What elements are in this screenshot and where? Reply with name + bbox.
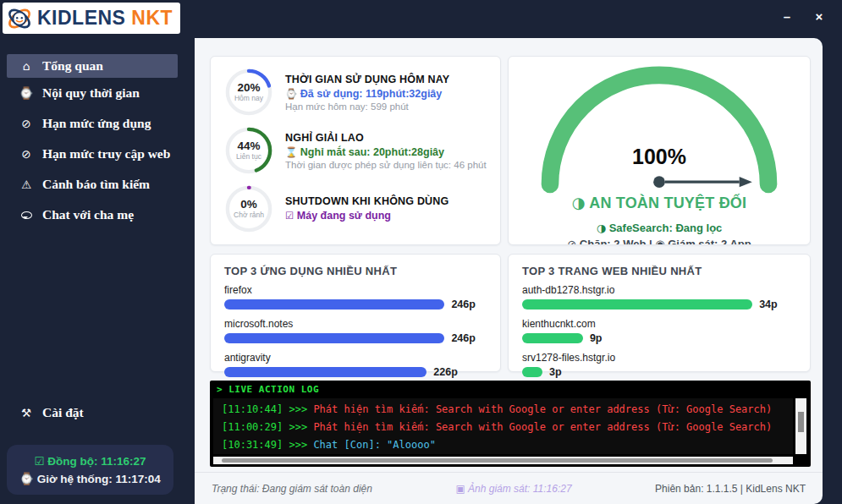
safety-percent: 100% <box>531 145 787 169</box>
checkbox-icon: ☑ <box>285 210 294 222</box>
safety-gauge: 100% <box>531 63 787 195</box>
sidebar-item-label: Nội quy thời gian <box>42 85 140 101</box>
sidebar-item-settings[interactable]: ⚒ Cài đặt <box>0 397 195 428</box>
block-icon: ⊘ <box>567 238 576 245</box>
app-logo: KIDLENS NKT <box>3 3 180 34</box>
sidebar-item-label: Hạn mức truy cập web <box>42 146 170 162</box>
monitoring-status: Trạng thái: Đang giám sát toàn diện <box>212 483 372 495</box>
top-apps-card: TOP 3 ỨNG DỤNG NHIỀU NHẤT firefox 246p m… <box>210 254 501 372</box>
log-entry: [10:31:49] >>> Chat [Con]: "Aloooo" <box>222 436 784 454</box>
log-header: > LIVE ACTION LOG <box>210 381 811 397</box>
stat-title: NGHỈ GIẢI LAO <box>285 132 487 144</box>
stat-title: SHUTDOWN KHI KHÔNG DÙNG <box>285 195 487 207</box>
bar-value: 9p <box>590 332 603 344</box>
stat-row-breaks: 44% Liên tục NGHỈ GIẢI LAO ⌛ Nghỉ mắt sa… <box>224 126 487 175</box>
bar-value: 246p <box>451 299 476 310</box>
tools-icon: ⚒ <box>19 406 34 419</box>
warning-icon: ⚠ <box>19 178 34 191</box>
stat-highlight: ☑ Máy đang sử dụng <box>285 210 487 222</box>
sidebar-item-web-limits[interactable]: ⊘ Hạn mức truy cập web <box>0 139 195 169</box>
ring-percent: 20% <box>237 82 260 95</box>
ring-label: Hôm nay <box>234 95 263 102</box>
sidebar-settings: ⚒ Cài đặt <box>0 397 195 428</box>
top-apps-title: TOP 3 ỨNG DỤNG NHIỀU NHẤT <box>224 265 487 277</box>
log-vertical-scrollbar[interactable] <box>795 398 806 454</box>
half-circle-icon: ◑ <box>572 194 586 211</box>
hourglass-icon: ⌛ <box>285 146 297 158</box>
sidebar-item-search-alerts[interactable]: ⚠ Cảnh báo tìm kiếm <box>0 169 195 200</box>
checkbox-icon: ☑ <box>34 454 44 468</box>
today-usage-ring: 20% Hôm nay <box>224 68 273 117</box>
bar-fill <box>522 333 583 343</box>
kidlens-logo-icon <box>6 5 33 32</box>
safety-gauge-card: 100% ◑ AN TOÀN TUYỆT ĐỐI ◑ SafeSearch: Đ… <box>508 56 811 245</box>
clock-icon: ⌚ <box>285 88 297 100</box>
sidebar-item-time-rules[interactable]: ⌚ Nội quy thời gian <box>0 78 195 108</box>
bar-row: kienthucnkt.com 9p <box>522 318 796 344</box>
usage-stats-card: 20% Hôm nay THỜI GIAN SỬ DỤNG HÔM NAY ⌚ … <box>210 56 501 245</box>
stat-row-today: 20% Hôm nay THỜI GIAN SỬ DỤNG HÔM NAY ⌚ … <box>224 68 487 117</box>
sidebar-item-label: Tổng quan <box>42 58 103 74</box>
gauge-needle-arrow <box>740 177 752 187</box>
bar-fill <box>224 299 444 310</box>
bar-value: 3p <box>549 366 562 378</box>
safesearch-status: ◑ SafeSearch: Đang lọc <box>509 222 810 234</box>
ring-label: Chờ rảnh <box>234 211 264 219</box>
bar-label: antigravity <box>224 352 487 364</box>
bar-label: firefox <box>224 284 487 296</box>
bar-label: microsoft.notes <box>224 318 487 330</box>
log-body[interactable]: [11:10:44] >>> Phát hiện tìm kiếm: Searc… <box>213 398 793 454</box>
stat-subtext: Hạn mức hôm nay: 599 phút <box>285 101 487 112</box>
bar-label: kienthucnkt.com <box>522 318 796 330</box>
main-content: 20% Hôm nay THỜI GIAN SỬ DỤNG HÔM NAY ⌚ … <box>195 38 823 504</box>
screenshot-status: ▣ Ảnh giám sát: 11:16:27 <box>455 483 571 495</box>
bar-value: 246p <box>451 332 476 344</box>
clock-icon: ⌚ <box>19 472 34 485</box>
bar-row: auth-db1278.hstgr.io 34p <box>522 284 796 310</box>
bar-row: antigravity 226p <box>224 352 487 378</box>
sidebar-item-label: Cài đặt <box>42 405 84 420</box>
sidebar: ⌂ Tổng quan ⌚ Nội quy thời gian ⊘ Hạn mứ… <box>0 54 195 230</box>
scrollbar-thumb[interactable] <box>798 412 804 432</box>
ring-percent: 0% <box>240 199 257 211</box>
bar-value: 34p <box>759 299 778 310</box>
block-icon: ⊘ <box>19 147 34 161</box>
close-button[interactable]: × <box>808 7 830 27</box>
eye-icon: ◉ <box>655 238 664 245</box>
bar-fill <box>224 333 444 343</box>
bar-label: auth-db1278.hstgr.io <box>522 284 796 296</box>
bar-fill <box>224 367 427 377</box>
stat-title: THỜI GIAN SỬ DỤNG HÔM NAY <box>285 74 487 85</box>
status-bar: Trạng thái: Đang giám sát toàn diện ▣ Ản… <box>195 472 823 504</box>
stat-highlight: ⌛ Nghỉ mắt sau: 20phút:28giây <box>285 146 487 158</box>
bar-row: firefox 246p <box>224 284 487 310</box>
sidebar-item-overview[interactable]: ⌂ Tổng quan <box>7 54 178 78</box>
app-title: KIDLENS NKT <box>37 7 173 30</box>
stat-row-shutdown: 0% Chờ rảnh SHUTDOWN KHI KHÔNG DÙNG ☑ Má… <box>224 184 487 233</box>
stat-subtext: Thời gian được phép sử dụng liên tục: 46… <box>285 160 487 170</box>
sidebar-item-chat-parents[interactable]: Chat với cha mẹ <box>0 200 195 230</box>
home-icon: ⌂ <box>19 59 34 73</box>
sidebar-item-label: Hạn mức ứng dụng <box>42 116 151 131</box>
log-entry: [11:10:44] >>> Phát hiện tìm kiếm: Searc… <box>222 401 784 419</box>
ring-label: Liên tục <box>236 153 261 161</box>
sidebar-item-label: Chat với cha mẹ <box>42 207 134 222</box>
bar-fill <box>522 367 542 377</box>
ring-percent: 44% <box>237 140 260 153</box>
continuous-usage-ring: 44% Liên tục <box>224 126 273 175</box>
stopwatch-icon: ⌚ <box>19 86 34 100</box>
top-websites-card: TOP 3 TRANG WEB NHIỀU NHẤT auth-db1278.h… <box>508 254 811 372</box>
idle-ring: 0% Chờ rảnh <box>224 184 273 233</box>
scrollbar-thumb[interactable] <box>222 458 773 463</box>
log-horizontal-scrollbar[interactable] <box>213 457 793 464</box>
sync-status: ☑ Đồng bộ: 11:16:27 <box>12 454 168 468</box>
bar-value: 226p <box>433 366 458 378</box>
top-websites-title: TOP 3 TRANG WEB NHIỀU NHẤT <box>522 265 796 277</box>
block-icon: ⊘ <box>19 117 34 130</box>
sidebar-item-label: Cảnh báo tìm kiếm <box>42 177 150 192</box>
chat-bubble-icon <box>19 208 34 222</box>
sidebar-item-app-limits[interactable]: ⊘ Hạn mức ứng dụng <box>0 108 195 139</box>
minimize-button[interactable]: – <box>776 7 798 27</box>
log-entry: [11:00:29] >>> Phát hiện tìm kiếm: Searc… <box>222 419 784 436</box>
bar-label: srv1278-files.hstgr.io <box>522 352 796 364</box>
